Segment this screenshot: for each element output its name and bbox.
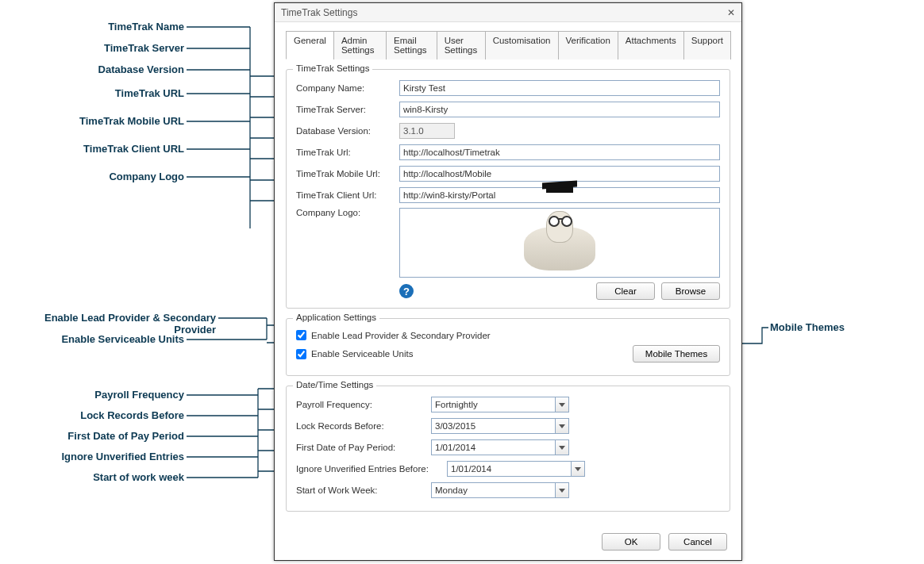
callout-server: TimeTrak Server <box>104 42 184 54</box>
lock-label: Lock Records Before: <box>296 421 431 431</box>
callout-lock: Lock Records Before <box>80 409 184 421</box>
first-pay-date-input[interactable] <box>431 439 555 455</box>
glasses-icon <box>550 218 571 226</box>
mobile-themes-button[interactable]: Mobile Themes <box>633 345 720 363</box>
cancel-button[interactable]: Cancel <box>668 533 727 551</box>
callout-first-pay: First Date of Pay Period <box>67 430 184 442</box>
payroll-select[interactable] <box>431 397 555 412</box>
tab-general[interactable]: General <box>286 31 334 59</box>
tab-admin-settings[interactable]: Admin Settings <box>333 31 387 59</box>
first-pay-label: First Date of Pay Period: <box>296 443 431 452</box>
ignore-label: Ignore Unverified Entries Before: <box>296 464 447 474</box>
mobile-url-input[interactable] <box>399 166 720 182</box>
close-icon[interactable]: ✕ <box>727 3 735 22</box>
company-name-input[interactable] <box>399 80 720 96</box>
group-datetime-settings: Date/Time Settings Payroll Frequency: Lo… <box>286 386 730 512</box>
callout-ignore: Ignore Unverified Entries <box>61 451 184 462</box>
group-timetrak-settings: TimeTrak Settings Company Name: TimeTrak… <box>286 69 730 309</box>
tab-attachments[interactable]: Attachments <box>618 31 684 59</box>
callout-payroll: Payroll Frequency <box>94 389 184 401</box>
callout-mobile-themes: Mobile Themes <box>770 321 845 333</box>
url-input[interactable] <box>399 144 720 160</box>
serviceable-units-label: Enable Serviceable Units <box>311 349 414 359</box>
sow-label: Start of Work Week: <box>296 485 431 495</box>
group-legend-app: Application Settings <box>293 313 379 322</box>
company-name-label: Company Name: <box>296 83 399 93</box>
window-title: TimeTrak Settings <box>281 3 357 22</box>
logo-image <box>508 215 611 270</box>
titlebar[interactable]: TimeTrak Settings ✕ <box>275 3 741 22</box>
tab-verification[interactable]: Verification <box>558 31 618 59</box>
server-input[interactable] <box>399 102 720 117</box>
callout-url: TimeTrak URL <box>115 87 184 99</box>
browse-button[interactable]: Browse <box>661 282 720 300</box>
callout-serviceable: Enable Serviceable Units <box>61 333 184 345</box>
logo-label: Company Logo: <box>296 208 399 217</box>
clear-button[interactable]: Clear <box>596 282 655 300</box>
logo-preview <box>399 208 720 278</box>
db-version-input <box>399 123 455 139</box>
callout-client-url: TimeTrak Client URL <box>83 143 184 155</box>
client-url-label: TimeTrak Client Url: <box>296 190 399 200</box>
callout-sow: Start of work week <box>93 471 184 483</box>
payroll-label: Payroll Frequency: <box>296 400 431 409</box>
callout-logo: Company Logo <box>109 171 184 182</box>
group-legend-dt: Date/Time Settings <box>293 380 376 389</box>
server-label: TimeTrak Server: <box>296 105 399 114</box>
group-application-settings: Application Settings Enable Lead Provide… <box>286 318 730 376</box>
chevron-down-icon[interactable] <box>555 397 569 412</box>
sow-select[interactable] <box>431 482 555 498</box>
callout-db: Database Version <box>98 63 184 75</box>
serviceable-units-checkbox[interactable] <box>296 349 306 359</box>
settings-dialog: TimeTrak Settings ✕ General Admin Settin… <box>274 2 742 561</box>
chevron-down-icon[interactable] <box>555 482 569 498</box>
lock-date-input[interactable] <box>431 418 555 434</box>
lead-provider-label: Enable Lead Provider & Secondary Provide… <box>311 331 491 340</box>
help-icon[interactable]: ? <box>399 284 414 298</box>
tabstrip: General Admin Settings Email Settings Us… <box>286 30 730 59</box>
mobile-url-label: TimeTrak Mobile Url: <box>296 169 399 178</box>
callout-name: TimeTrak Name <box>108 21 184 33</box>
lead-provider-checkbox[interactable] <box>296 330 306 340</box>
callout-lead: Enable Lead Provider & Secondary Provide… <box>0 312 216 336</box>
tab-support[interactable]: Support <box>683 31 731 59</box>
group-legend: TimeTrak Settings <box>293 63 372 73</box>
url-label: TimeTrak Url: <box>296 148 399 157</box>
graduation-cap-icon <box>546 186 573 193</box>
ignore-date-input[interactable] <box>447 461 571 477</box>
tab-user-settings[interactable]: User Settings <box>437 31 486 59</box>
chevron-down-icon[interactable] <box>555 418 569 434</box>
db-version-label: Database Version: <box>296 126 399 136</box>
chevron-down-icon[interactable] <box>571 461 585 477</box>
chevron-down-icon[interactable] <box>555 439 569 455</box>
tab-customisation[interactable]: Customisation <box>485 31 559 59</box>
callout-mobile-url: TimeTrak Mobile URL <box>79 115 184 127</box>
tab-email-settings[interactable]: Email Settings <box>386 31 437 59</box>
ok-button[interactable]: OK <box>602 533 660 551</box>
